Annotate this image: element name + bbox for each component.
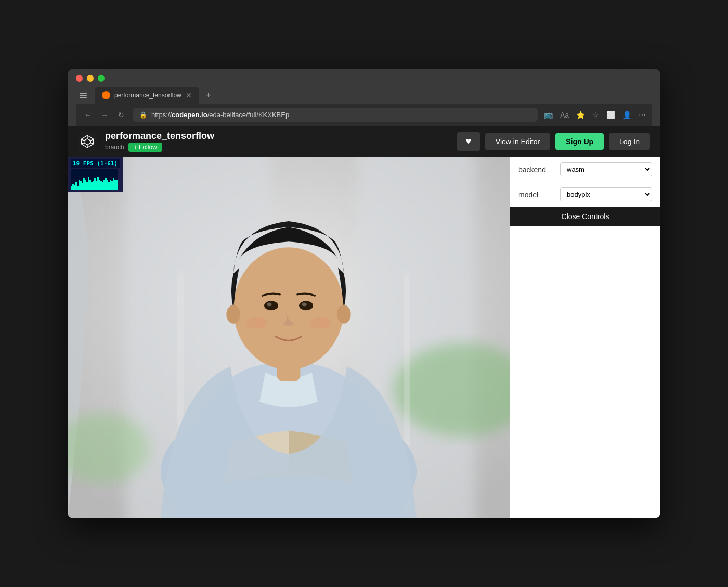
- svg-point-4: [105, 94, 107, 96]
- backend-label: backend: [518, 165, 560, 174]
- backend-select[interactable]: wasm cpu gpu: [560, 162, 652, 176]
- address-bar-actions: 📺 Aa ⭐ ☆ ⬜ 👤 ⋯: [544, 111, 646, 119]
- controls-panel: backend wasm cpu gpu model bodypix posen…: [510, 157, 660, 518]
- pen-info: performance_tensorflow branch + Follow: [105, 131, 449, 152]
- svg-rect-1: [80, 95, 87, 96]
- bookmark-list-icon[interactable]: ☆: [592, 111, 599, 119]
- tab-bar: performance_tensorflow ✕ +: [76, 87, 652, 104]
- main-content: performance_tensorflow branch + Follow ♥…: [68, 126, 660, 518]
- fps-graph: [71, 169, 118, 190]
- bookmark-icon[interactable]: ⭐: [576, 111, 585, 119]
- svg-rect-5: [78, 132, 97, 151]
- codepen-logo: [78, 132, 97, 151]
- traffic-lights: [76, 75, 652, 82]
- url-domain: codepen.io: [172, 111, 207, 119]
- preview-area: 19 FPS (1-61): [68, 157, 660, 518]
- svg-point-24: [233, 248, 344, 370]
- nav-buttons: ← → ↻: [82, 111, 127, 119]
- address-bar[interactable]: 🔒 https://codepen.io/eda-bellface/full/K…: [133, 108, 538, 122]
- url-path: /eda-bellface/full/KKXKBEp: [207, 111, 290, 119]
- view-in-editor-btn[interactable]: View in Editor: [485, 133, 550, 150]
- lock-icon: 🔒: [139, 111, 147, 119]
- app-header: performance_tensorflow branch + Follow ♥…: [68, 126, 660, 157]
- svg-point-29: [246, 317, 267, 329]
- model-label: model: [518, 190, 560, 199]
- svg-rect-2: [80, 97, 87, 98]
- sidebar-toggle-icon[interactable]: [76, 88, 90, 103]
- heart-btn[interactable]: ♥: [457, 132, 480, 151]
- svg-point-26: [299, 301, 313, 311]
- tab-favicon: [102, 91, 110, 99]
- close-traffic-light[interactable]: [76, 75, 83, 82]
- model-select[interactable]: bodypix posenet blazepose: [560, 187, 652, 201]
- profile-icon[interactable]: 👤: [622, 111, 631, 119]
- person-svg: [68, 157, 510, 518]
- airplay-icon[interactable]: 📺: [544, 111, 553, 119]
- pen-title: performance_tensorflow: [105, 131, 449, 142]
- reader-icon[interactable]: Aa: [560, 111, 569, 119]
- active-tab[interactable]: performance_tensorflow ✕: [95, 87, 199, 104]
- login-btn[interactable]: Log In: [609, 133, 650, 150]
- extensions-icon[interactable]: ⬜: [606, 111, 615, 119]
- tab-title-text: performance_tensorflow: [114, 92, 181, 99]
- signup-btn[interactable]: Sign Up: [555, 133, 604, 150]
- svg-point-28: [302, 303, 307, 307]
- svg-point-27: [267, 303, 272, 307]
- back-btn[interactable]: ←: [82, 111, 94, 119]
- svg-point-31: [226, 305, 240, 324]
- fps-text: 19 FPS (1-61): [71, 159, 120, 168]
- person-image: [68, 157, 510, 518]
- svg-rect-0: [80, 93, 87, 94]
- svg-point-32: [337, 305, 351, 324]
- heart-icon: ♥: [465, 136, 471, 147]
- minimize-traffic-light[interactable]: [87, 75, 94, 82]
- address-bar-row: ← → ↻ 🔒 https://codepen.io/eda-bellface/…: [76, 104, 652, 126]
- browser-window: performance_tensorflow ✕ + ← → ↻ 🔒 https…: [68, 69, 660, 518]
- forward-btn[interactable]: →: [99, 111, 110, 119]
- model-control-row: model bodypix posenet blazepose: [510, 182, 660, 207]
- maximize-traffic-light[interactable]: [98, 75, 105, 82]
- fps-overlay: 19 FPS (1-61): [68, 157, 123, 192]
- url-text: https://codepen.io/eda-bellface/full/KKX…: [151, 111, 289, 119]
- new-tab-btn[interactable]: +: [201, 88, 216, 103]
- close-controls-btn[interactable]: Close Controls: [510, 207, 660, 226]
- branch-label: branch: [105, 144, 124, 151]
- pen-meta: branch + Follow: [105, 143, 449, 152]
- header-actions: ♥ View in Editor Sign Up Log In: [457, 132, 650, 151]
- canvas-container: 19 FPS (1-61): [68, 157, 510, 518]
- reload-btn[interactable]: ↻: [115, 111, 127, 119]
- svg-point-30: [310, 317, 331, 329]
- backend-control-row: backend wasm cpu gpu: [510, 157, 660, 182]
- browser-chrome: performance_tensorflow ✕ + ← → ↻ 🔒 https…: [68, 69, 660, 126]
- more-icon[interactable]: ⋯: [639, 111, 646, 119]
- follow-btn[interactable]: + Follow: [128, 143, 162, 152]
- tab-close-btn[interactable]: ✕: [186, 91, 192, 99]
- svg-point-25: [264, 301, 278, 311]
